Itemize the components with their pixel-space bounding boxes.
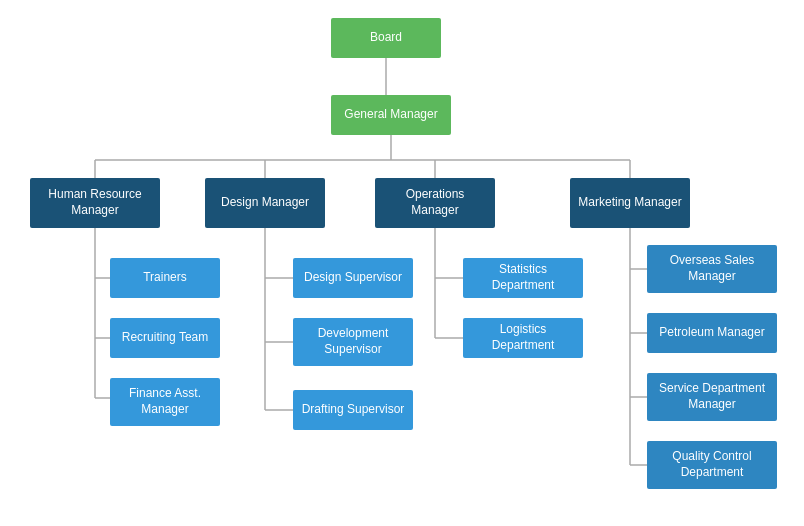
design-supervisor-node: Design Supervisor: [293, 258, 413, 298]
recruiting-team-node: Recruiting Team: [110, 318, 220, 358]
marketing-manager-node: Marketing Manager: [570, 178, 690, 228]
hr-manager-node: Human Resource Manager: [30, 178, 160, 228]
board-node: Board: [331, 18, 441, 58]
finance-asst-node: Finance Asst. Manager: [110, 378, 220, 426]
quality-control-node: Quality Control Department: [647, 441, 777, 489]
design-manager-node: Design Manager: [205, 178, 325, 228]
general-manager-node: General Manager: [331, 95, 451, 135]
org-chart: Board General Manager Human Resource Man…: [0, 0, 804, 526]
trainers-node: Trainers: [110, 258, 220, 298]
service-dept-node: Service Department Manager: [647, 373, 777, 421]
petroleum-mgr-node: Petroleum Manager: [647, 313, 777, 353]
statistics-dept-node: Statistics Department: [463, 258, 583, 298]
overseas-sales-node: Overseas Sales Manager: [647, 245, 777, 293]
operations-manager-node: Operations Manager: [375, 178, 495, 228]
dev-supervisor-node: Development Supervisor: [293, 318, 413, 366]
drafting-supervisor-node: Drafting Supervisor: [293, 390, 413, 430]
logistics-dept-node: Logistics Department: [463, 318, 583, 358]
